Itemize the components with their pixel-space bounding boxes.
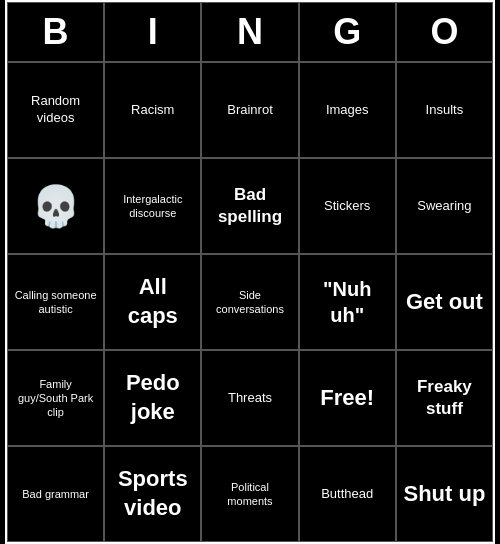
cell-3-3: Free!	[299, 350, 396, 446]
cell-2-4: Get out	[396, 254, 493, 350]
cell-0-1: Racism	[104, 62, 201, 158]
cell-0-2: Brainrot	[201, 62, 298, 158]
cell-4-1: Sports video	[104, 446, 201, 542]
cell-0-4: Insults	[396, 62, 493, 158]
bingo-header: BINGO	[7, 2, 493, 62]
cell-1-0: 💀	[7, 158, 104, 254]
cell-0-0: Random videos	[7, 62, 104, 158]
cell-1-4: Swearing	[396, 158, 493, 254]
header-letter: I	[104, 2, 201, 62]
skull-icon: 💀	[31, 180, 81, 232]
cell-3-2: Threats	[201, 350, 298, 446]
cell-3-1: Pedo joke	[104, 350, 201, 446]
cell-2-0: Calling someone autistic	[7, 254, 104, 350]
cell-1-1: Intergalactic discourse	[104, 158, 201, 254]
cell-2-3: "Nuh uh"	[299, 254, 396, 350]
cell-4-0: Bad grammar	[7, 446, 104, 542]
cell-0-3: Images	[299, 62, 396, 158]
cell-2-1: All caps	[104, 254, 201, 350]
cell-4-4: Shut up	[396, 446, 493, 542]
cell-3-4: Freaky stuff	[396, 350, 493, 446]
bingo-grid: Random videosRacismBrainrotImagesInsults…	[7, 62, 493, 542]
header-letter: G	[299, 2, 396, 62]
cell-1-3: Stickers	[299, 158, 396, 254]
cell-4-3: Butthead	[299, 446, 396, 542]
header-letter: O	[396, 2, 493, 62]
header-letter: N	[201, 2, 298, 62]
header-letter: B	[7, 2, 104, 62]
cell-3-0: Family guy/South Park clip	[7, 350, 104, 446]
cell-4-2: Political moments	[201, 446, 298, 542]
bingo-card: BINGO Random videosRacismBrainrotImagesI…	[5, 0, 495, 544]
cell-1-2: Bad spelling	[201, 158, 298, 254]
cell-2-2: Side conversations	[201, 254, 298, 350]
